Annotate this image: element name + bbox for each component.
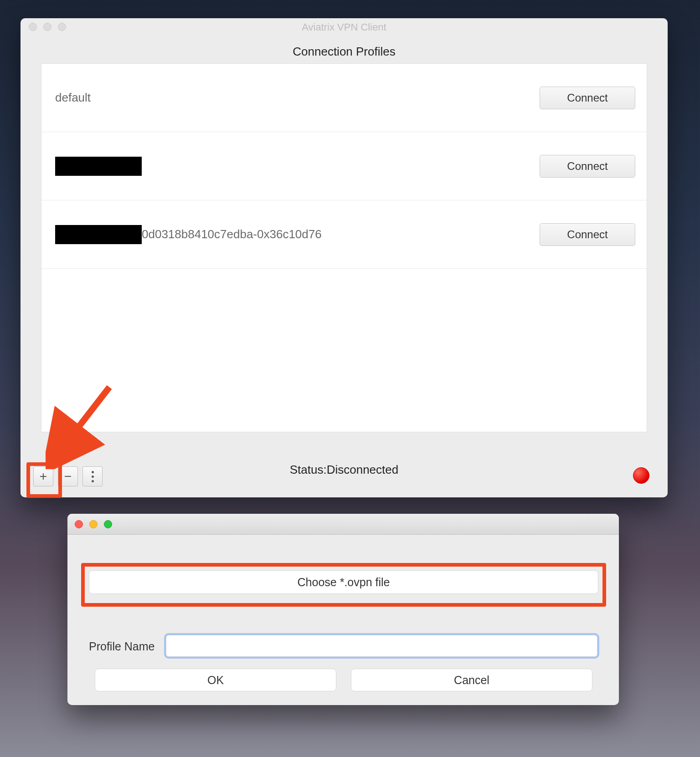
profiles-list: default Connect Connect 0d0318b8410c7edb… <box>41 63 647 432</box>
minus-icon: − <box>64 469 72 484</box>
window-minimize-button[interactable] <box>89 520 98 528</box>
vpn-client-window: Aviatrix VPN Client Connection Profiles … <box>21 18 668 497</box>
window-close-button[interactable] <box>75 520 83 528</box>
window-titlebar: Aviatrix VPN Client <box>21 18 668 36</box>
traffic-lights <box>29 23 66 31</box>
profile-name: default <box>55 91 91 105</box>
traffic-lights <box>75 520 112 528</box>
add-profile-button[interactable]: + <box>33 466 53 486</box>
more-options-button[interactable] <box>82 466 103 486</box>
remove-profile-button[interactable]: − <box>58 466 78 486</box>
status-indicator-icon <box>633 467 649 484</box>
window-zoom-button[interactable] <box>104 520 112 528</box>
connect-button[interactable]: Connect <box>540 87 635 109</box>
window-minimize-button[interactable] <box>43 23 51 31</box>
ok-button[interactable]: OK <box>95 669 336 691</box>
profile-name-input[interactable] <box>166 635 597 657</box>
redacted-block <box>55 225 142 244</box>
profile-row[interactable]: Connect <box>41 132 647 200</box>
connect-button[interactable]: Connect <box>540 155 635 178</box>
profile-row[interactable]: default Connect <box>41 64 647 132</box>
choose-file-button[interactable]: Choose *.ovpn file <box>89 570 598 594</box>
profile-row[interactable]: 0d0318b8410c7edba-0x36c10d76 Connect <box>41 200 647 269</box>
profile-name-label: Profile Name <box>89 640 155 653</box>
section-title: Connection Profiles <box>21 36 668 63</box>
profile-name <box>55 157 142 176</box>
profile-name: 0d0318b8410c7edba-0x36c10d76 <box>55 225 322 244</box>
add-profile-dialog: Choose *.ovpn file Profile Name OK Cance… <box>67 514 619 705</box>
profile-name-text: 0d0318b8410c7edba-0x36c10d76 <box>142 227 322 241</box>
cancel-button[interactable]: Cancel <box>351 669 592 691</box>
status-label: Status: <box>290 463 327 476</box>
window-close-button[interactable] <box>29 23 37 31</box>
kebab-icon <box>92 471 94 482</box>
redacted-block <box>55 157 142 176</box>
status-value: Disconnected <box>327 463 399 476</box>
profile-name-text: default <box>55 91 91 105</box>
connect-button[interactable]: Connect <box>540 223 635 246</box>
dialog-titlebar <box>67 514 619 535</box>
window-title: Aviatrix VPN Client <box>302 21 386 33</box>
window-zoom-button[interactable] <box>58 23 66 31</box>
plus-icon: + <box>40 469 47 484</box>
status-text: Status:Disconnected <box>21 463 668 477</box>
bottom-toolbar: + − Status:Disconnected <box>21 455 668 497</box>
